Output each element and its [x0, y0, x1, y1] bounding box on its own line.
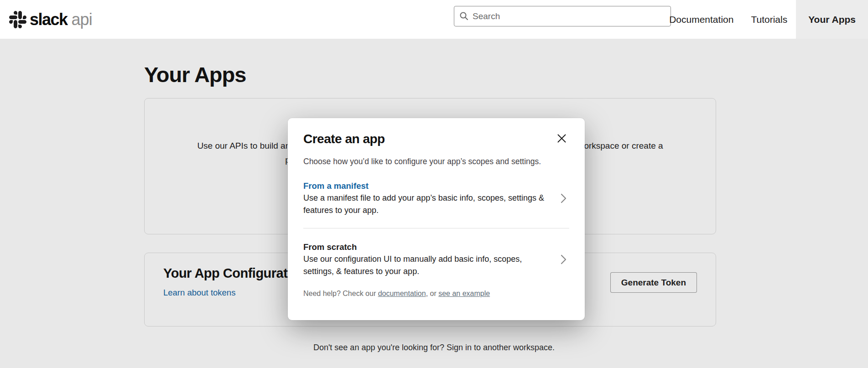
chevron-right-icon — [561, 254, 567, 264]
header-nav: Documentation Tutorials Your Apps — [660, 0, 868, 39]
nav-documentation[interactable]: Documentation — [660, 0, 742, 39]
help-middle: , or — [426, 290, 439, 297]
help-prefix: Need help? Check our — [303, 290, 378, 297]
create-app-modal: Create an app Choose how you’d like to c… — [288, 118, 585, 320]
modal-subtitle: Choose how you’d like to configure your … — [303, 157, 569, 166]
option-from-scratch[interactable]: From scratch Use our configuration UI to… — [303, 241, 569, 278]
slack-api-page: slack api Documentation Tutorials Your A… — [0, 0, 868, 368]
close-icon[interactable] — [556, 133, 567, 145]
chevron-right-icon — [561, 193, 567, 203]
documentation-link[interactable]: documentation — [378, 290, 426, 297]
search-box — [454, 6, 671, 26]
slack-hash-icon — [9, 11, 26, 28]
modal-divider — [303, 228, 569, 228]
logo-brand-text: slack — [30, 10, 68, 29]
see-an-example-link[interactable]: see an example — [438, 290, 490, 297]
option-from-scratch-description: Use our configuration UI to manually add… — [303, 253, 549, 278]
option-from-manifest[interactable]: From a manifest Use a manifest file to a… — [303, 180, 569, 217]
option-from-scratch-title: From scratch — [303, 241, 549, 253]
modal-help-text: Need help? Check our documentation, or s… — [303, 290, 569, 298]
search-icon — [460, 12, 468, 21]
option-from-manifest-description: Use a manifest file to add your app’s ba… — [303, 192, 549, 217]
logo-suffix-text: api — [72, 10, 92, 29]
nav-tutorials[interactable]: Tutorials — [742, 0, 796, 39]
nav-your-apps[interactable]: Your Apps — [796, 0, 868, 39]
modal-title: Create an app — [303, 132, 569, 146]
slack-logo[interactable]: slack api — [9, 10, 92, 29]
search-input[interactable] — [473, 6, 670, 26]
option-from-manifest-title: From a manifest — [303, 180, 549, 192]
header: slack api Documentation Tutorials Your A… — [0, 0, 868, 39]
